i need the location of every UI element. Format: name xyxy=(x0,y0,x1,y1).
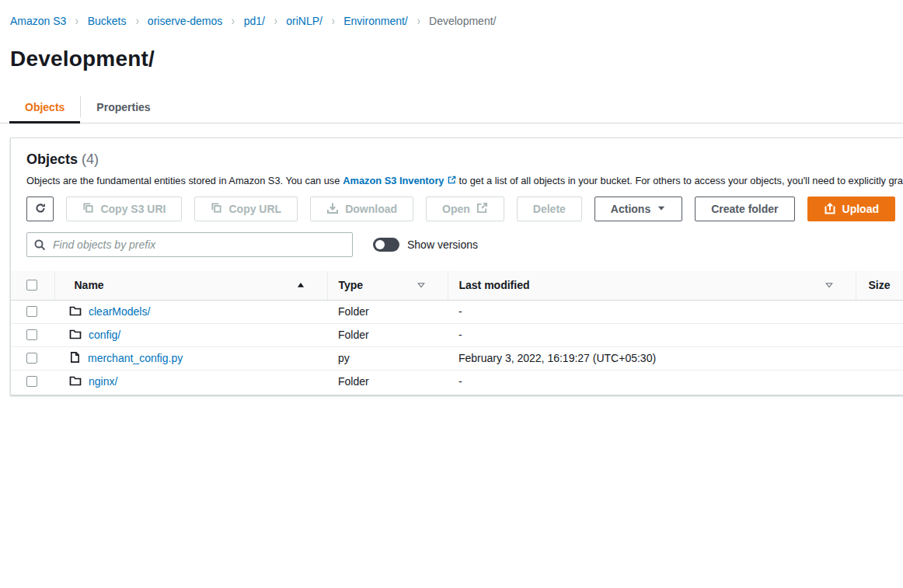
breadcrumb-orinlp[interactable]: oriNLP/ xyxy=(286,15,322,27)
breadcrumb-current: Development/ xyxy=(429,15,496,27)
objects-table: Name Type Last modified Size clea xyxy=(11,271,903,393)
table-row: merchant_config.py py February 3, 2022, … xyxy=(11,346,903,370)
folder-icon xyxy=(69,304,82,319)
external-link-icon xyxy=(448,175,456,186)
caret-down-icon xyxy=(657,203,666,215)
object-size xyxy=(856,300,903,323)
breadcrumb-separator: › xyxy=(417,15,420,27)
show-versions-label: Show versions xyxy=(407,238,478,251)
object-count: (4) xyxy=(82,151,99,167)
table-row: config/ Folder - xyxy=(11,323,903,346)
panel-description: Objects are the fundamental entities sto… xyxy=(11,175,903,186)
panel-header: Objects(4) xyxy=(11,138,903,168)
create-folder-button[interactable]: Create folder xyxy=(695,197,794,221)
breadcrumb: Amazon S3 › Buckets › oriserve-demos › p… xyxy=(0,0,903,27)
upload-button[interactable]: Upload xyxy=(807,197,895,221)
select-all-checkbox[interactable] xyxy=(26,280,37,291)
sortable-icon[interactable] xyxy=(417,280,426,290)
copy-icon xyxy=(211,202,222,216)
copy-s3-uri-button[interactable]: Copy S3 URI xyxy=(66,197,182,221)
breadcrumb-separator: › xyxy=(75,15,78,27)
breadcrumb-bucket-name[interactable]: oriserve-demos xyxy=(148,15,222,27)
toggle-knob xyxy=(375,240,385,249)
breadcrumb-buckets[interactable]: Buckets xyxy=(88,15,127,27)
row-checkbox[interactable] xyxy=(26,306,37,317)
column-header-size[interactable]: Size xyxy=(856,271,903,300)
row-checkbox[interactable] xyxy=(26,376,37,387)
download-button[interactable]: Download xyxy=(310,197,413,221)
filter-row: Show versions xyxy=(11,221,903,257)
search-input[interactable] xyxy=(26,232,353,257)
objects-panel: Objects(4) Objects are the fundamental e… xyxy=(10,137,903,395)
breadcrumb-separator: › xyxy=(135,15,138,27)
tab-bar: Objects Properties xyxy=(0,92,903,124)
file-icon xyxy=(69,351,81,366)
object-size xyxy=(856,370,903,393)
object-last-modified: - xyxy=(448,370,856,393)
open-button[interactable]: Open xyxy=(426,197,504,221)
column-header-type[interactable]: Type xyxy=(327,271,448,300)
page-title: Development/ xyxy=(10,47,903,71)
breadcrumb-separator: › xyxy=(232,15,235,27)
breadcrumb-separator: › xyxy=(332,15,335,27)
amazon-s3-inventory-link[interactable]: Amazon S3 Inventory xyxy=(343,175,444,186)
object-link[interactable]: merchant_config.py xyxy=(88,352,183,364)
download-icon xyxy=(326,202,339,217)
breadcrumb-pd1[interactable]: pd1/ xyxy=(244,15,265,27)
object-type: Folder xyxy=(327,323,448,346)
breadcrumb-amazon-s3[interactable]: Amazon S3 xyxy=(10,15,66,27)
breadcrumb-separator: › xyxy=(274,15,277,27)
object-last-modified: February 3, 2022, 16:19:27 (UTC+05:30) xyxy=(448,346,856,370)
actions-dropdown-button[interactable]: Actions xyxy=(594,197,682,221)
object-size xyxy=(856,323,903,346)
column-header-name[interactable]: Name xyxy=(54,271,327,300)
row-checkbox[interactable] xyxy=(26,353,37,364)
tab-properties[interactable]: Properties xyxy=(81,92,166,123)
table-row: nginx/ Folder - xyxy=(11,370,903,393)
object-link[interactable]: nginx/ xyxy=(89,375,117,388)
folder-icon xyxy=(69,374,82,389)
column-header-last-modified[interactable]: Last modified xyxy=(448,271,856,300)
sort-ascending-icon[interactable] xyxy=(296,280,305,290)
object-link[interactable]: clearModels/ xyxy=(89,305,150,318)
delete-button[interactable]: Delete xyxy=(517,197,582,221)
table-row: clearModels/ Folder - xyxy=(11,300,903,323)
object-type: py xyxy=(327,346,448,370)
external-link-icon xyxy=(476,202,488,216)
breadcrumb-environment[interactable]: Environment/ xyxy=(343,15,407,27)
row-checkbox[interactable] xyxy=(26,329,37,340)
object-size xyxy=(856,346,903,370)
panel-title: Objects xyxy=(26,151,78,167)
show-versions-toggle[interactable] xyxy=(373,238,399,252)
tab-objects[interactable]: Objects xyxy=(9,92,80,123)
copy-icon xyxy=(82,202,94,216)
object-last-modified: - xyxy=(448,323,856,346)
object-type: Folder xyxy=(327,300,448,323)
object-link[interactable]: config/ xyxy=(89,329,120,341)
search-box xyxy=(26,232,353,257)
toolbar: Copy S3 URI Copy URL Download Open Delet… xyxy=(11,186,903,221)
copy-url-button[interactable]: Copy URL xyxy=(194,197,298,221)
sortable-icon[interactable] xyxy=(825,280,834,290)
refresh-icon xyxy=(34,202,47,217)
object-last-modified: - xyxy=(448,300,856,323)
table-header-row: Name Type Last modified Size xyxy=(11,271,903,300)
upload-icon xyxy=(824,202,836,217)
folder-icon xyxy=(69,328,82,343)
refresh-button[interactable] xyxy=(26,197,54,221)
object-type: Folder xyxy=(327,370,448,393)
